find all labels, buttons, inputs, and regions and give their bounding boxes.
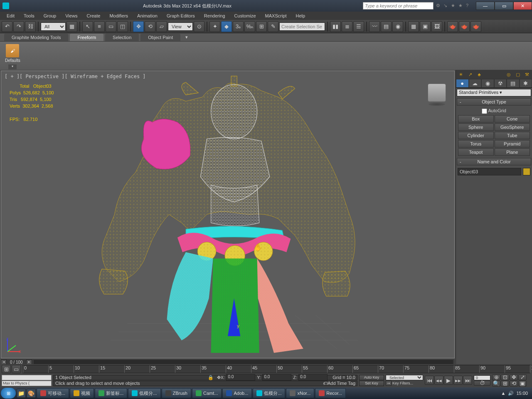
link-button[interactable]: ⛓: [25, 21, 36, 32]
select-button[interactable]: ↖: [82, 21, 93, 32]
percent-snap-button[interactable]: %ₙ: [244, 21, 255, 32]
menu-modifiers[interactable]: Modifiers: [105, 12, 132, 19]
nav-icon[interactable]: ⊡: [501, 374, 509, 380]
ribbon-tab-selection[interactable]: Selection: [105, 34, 139, 41]
menu-rendering[interactable]: Rendering: [200, 12, 229, 19]
nav-icon[interactable]: ⊕: [492, 374, 500, 380]
menu-animation[interactable]: Animation: [133, 12, 162, 19]
display-tab[interactable]: ▤: [507, 79, 520, 88]
add-time-tag[interactable]: Add Time Tag: [328, 381, 355, 386]
teapot2-icon[interactable]: 🫖: [459, 21, 470, 32]
key-mode-dropdown[interactable]: Selected: [386, 375, 423, 380]
edit-named-sel-button[interactable]: ✎: [268, 21, 278, 32]
render-button[interactable]: 🖼: [431, 21, 442, 32]
nav-icon[interactable]: ✥: [510, 374, 518, 380]
taskbar-item[interactable]: 低模分...: [253, 388, 285, 398]
primitive-pyramid[interactable]: Pyramid: [495, 140, 530, 148]
scale-button[interactable]: ▱: [156, 21, 167, 32]
key-icon[interactable]: ⊸: [386, 381, 392, 386]
primitive-cone[interactable]: Cone: [495, 115, 530, 123]
pinned-icon[interactable]: 📁: [17, 389, 26, 398]
redo-button[interactable]: ↷: [13, 21, 24, 32]
taskbar-item[interactable]: ZBrush: [162, 388, 191, 398]
modify-tab[interactable]: ☁: [469, 79, 482, 88]
create-tab[interactable]: ●: [456, 79, 469, 88]
named-selection-input[interactable]: [279, 22, 325, 31]
undo-button[interactable]: ↶: [2, 21, 12, 32]
schematic-button[interactable]: ▤: [381, 21, 392, 32]
ribbon-panel-dropdown[interactable]: ▾: [8, 64, 17, 69]
menu-tools[interactable]: Tools: [20, 12, 39, 19]
tray-icon[interactable]: ▲: [501, 391, 506, 396]
qa-icon[interactable]: ★: [458, 3, 464, 9]
primitive-sphere[interactable]: Sphere: [458, 123, 494, 131]
nav-icon[interactable]: ⊞: [501, 381, 509, 387]
rollout-name-color[interactable]: -Name and Color: [457, 158, 531, 165]
teapot3-icon[interactable]: 🫖: [470, 21, 481, 32]
slash-icon[interactable]: ↗: [467, 71, 473, 78]
minimize-button[interactable]: —: [476, 2, 495, 10]
move-button[interactable]: ✥: [133, 21, 144, 32]
primitive-category-dropdown[interactable]: Standard Primitives ▾: [457, 89, 531, 96]
taskbar-item[interactable]: 新签标...: [95, 388, 127, 398]
mirror-button[interactable]: ▮▮: [330, 21, 341, 32]
angle-snap-button[interactable]: 3ₐ: [233, 21, 244, 32]
ref-coord-dropdown[interactable]: View: [168, 22, 193, 31]
pivot-button[interactable]: ⊙: [194, 21, 204, 32]
time-config-button[interactable]: ⏱: [474, 381, 490, 386]
crossing-icon[interactable]: ▦: [66, 21, 77, 32]
tray-icon[interactable]: 🔊: [508, 391, 514, 396]
current-frame-input[interactable]: [474, 375, 490, 380]
sun-icon[interactable]: ☀: [458, 71, 464, 78]
primitive-cylinder[interactable]: Cylinder: [458, 132, 494, 139]
tree-icon[interactable]: ♣: [476, 71, 483, 78]
render-setup-button[interactable]: ▦: [408, 21, 419, 32]
primitive-geosphere[interactable]: GeoSphere: [495, 123, 530, 131]
y-coord[interactable]: 0.0: [262, 374, 291, 381]
timeline-mini-icon[interactable]: ▭: [12, 365, 21, 373]
close-button[interactable]: ✕: [513, 2, 532, 10]
rect-select-button[interactable]: ▭: [106, 21, 116, 32]
taskbar-item[interactable]: Adob...: [222, 388, 252, 398]
tag-icon[interactable]: 🏷: [323, 381, 328, 386]
hammer-icon[interactable]: ⚒: [524, 71, 530, 78]
taskbar-item[interactable]: Recor...: [315, 388, 346, 398]
system-tray[interactable]: ▲ 🔊 15:00: [498, 391, 531, 396]
qa-icon[interactable]: ↘: [443, 3, 449, 9]
gear-icon[interactable]: ◎: [505, 71, 512, 78]
script-mini-listener[interactable]: [2, 375, 52, 380]
goto-start-button[interactable]: ⏮: [425, 376, 434, 385]
menu-group[interactable]: Group: [39, 12, 61, 19]
hierarchy-tab[interactable]: ◉: [481, 79, 494, 88]
coord-mode-icon[interactable]: ✥: [217, 375, 221, 380]
qa-icon[interactable]: ?: [466, 3, 472, 9]
motion-tab[interactable]: ☢: [494, 79, 507, 88]
snap-button[interactable]: ◆: [221, 21, 232, 32]
nav-icon[interactable]: ▣: [518, 381, 527, 387]
autokey-button[interactable]: Auto Key: [359, 375, 384, 380]
material-editor-button[interactable]: ◉: [392, 21, 403, 32]
ribbon-tab-freeform[interactable]: Freeform: [70, 34, 103, 41]
pinned-icon[interactable]: 🎨: [27, 389, 36, 398]
scrub-track[interactable]: [34, 360, 453, 364]
help-search-input[interactable]: [363, 2, 433, 10]
clock[interactable]: 15:00: [516, 391, 528, 396]
x-coord[interactable]: 0.0: [226, 374, 255, 381]
script-input[interactable]: Max to Physcs (: [2, 381, 52, 386]
nav-icon[interactable]: ⟲: [510, 381, 518, 387]
layers-button[interactable]: ☰: [353, 21, 364, 32]
key-filters-button[interactable]: Key Filters...: [392, 381, 413, 385]
timeline-config-icon[interactable]: ⊞: [2, 365, 11, 373]
taskbar-item[interactable]: 低模分...: [128, 388, 160, 398]
spinner-snap-button[interactable]: ⊞: [256, 21, 267, 32]
taskbar-item[interactable]: xNor...: [286, 388, 314, 398]
rendered-frame-button[interactable]: ▣: [420, 21, 431, 32]
taskbar-item[interactable]: 可移动...: [37, 388, 69, 398]
align-button[interactable]: ≣: [342, 21, 352, 32]
color-swatch[interactable]: [523, 168, 530, 175]
setkey-button[interactable]: Set Key: [359, 381, 384, 386]
qa-icon[interactable]: ★: [451, 3, 457, 9]
menu-maxscript[interactable]: MAXScript: [261, 12, 291, 19]
rollout-object-type[interactable]: -Object Type: [457, 98, 531, 106]
ribbon-panel-defaults[interactable]: 🖌 Defaults ▾: [2, 43, 24, 70]
